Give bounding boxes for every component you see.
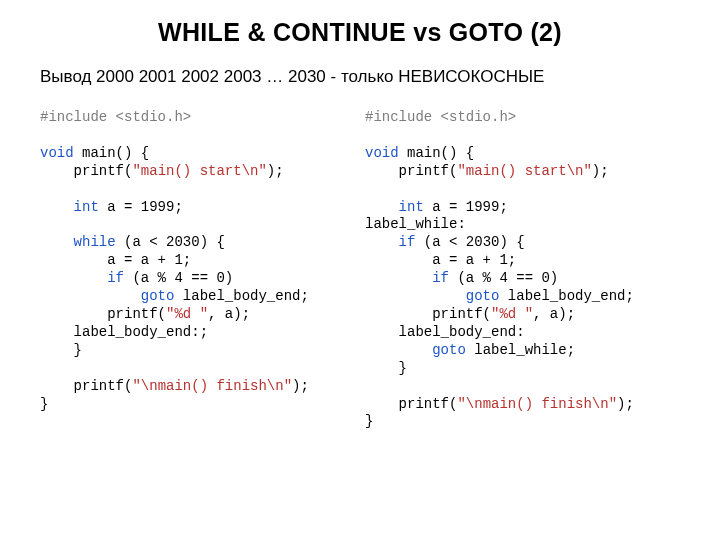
code-token: void [365,145,399,161]
code-token: "\nmain() finish\n" [132,378,292,394]
slide: WHILE & CONTINUE vs GOTO (2) Вывод 2000 … [0,0,720,431]
code-line: } [40,396,48,412]
code-line: } [365,413,373,429]
code-token: ); [267,163,284,179]
code-line: a = a + 1; [365,252,516,268]
code-columns: #include <stdio.h> void main() { printf(… [40,109,680,431]
code-token: printf( [40,378,132,394]
code-line: #include <stdio.h> [365,109,516,125]
code-line: label_body_end: [365,324,525,340]
code-token: ); [617,396,634,412]
code-token: printf( [40,306,166,322]
code-token: (a < 2030) { [116,234,225,250]
code-token: "main() start\n" [457,163,591,179]
code-token: label_while; [466,342,575,358]
code-token: while [40,234,116,250]
code-token: goto [40,288,174,304]
code-token: , a); [208,306,250,322]
code-token: ); [292,378,309,394]
code-token: goto [365,288,499,304]
code-token: if [365,234,415,250]
code-column-left: #include <stdio.h> void main() { printf(… [40,109,355,431]
code-token: goto [365,342,466,358]
code-token: if [40,270,124,286]
code-token: if [365,270,449,286]
code-block-left: #include <stdio.h> void main() { printf(… [40,109,355,413]
code-token: "main() start\n" [132,163,266,179]
code-token: (a % 4 == 0) [124,270,233,286]
code-block-right: #include <stdio.h> void main() { printf(… [365,109,680,431]
code-token: label_body_end; [499,288,633,304]
code-token: "%d " [166,306,208,322]
code-line: a = a + 1; [40,252,191,268]
code-line: label_while: [365,216,466,232]
code-token: main() { [74,145,150,161]
code-token: (a < 2030) { [415,234,524,250]
code-token: label_body_end; [174,288,308,304]
code-token: int [365,199,424,215]
code-token: (a % 4 == 0) [449,270,558,286]
code-token: ); [592,163,609,179]
code-line: } [40,342,82,358]
code-line: #include <stdio.h> [40,109,191,125]
code-token: printf( [365,163,457,179]
code-token: , a); [533,306,575,322]
slide-subtitle: Вывод 2000 2001 2002 2003 … 2030 - тольк… [40,67,680,87]
slide-title: WHILE & CONTINUE vs GOTO (2) [40,18,680,47]
code-line: } [365,360,407,376]
code-token: "%d " [491,306,533,322]
code-token: a = 1999; [424,199,508,215]
code-token: "\nmain() finish\n" [457,396,617,412]
code-token: printf( [365,396,457,412]
code-token: int [40,199,99,215]
code-column-right: #include <stdio.h> void main() { printf(… [365,109,680,431]
code-token: void [40,145,74,161]
code-token: printf( [40,163,132,179]
code-token: main() { [399,145,475,161]
code-line: label_body_end:; [40,324,208,340]
code-token: a = 1999; [99,199,183,215]
code-token: printf( [365,306,491,322]
